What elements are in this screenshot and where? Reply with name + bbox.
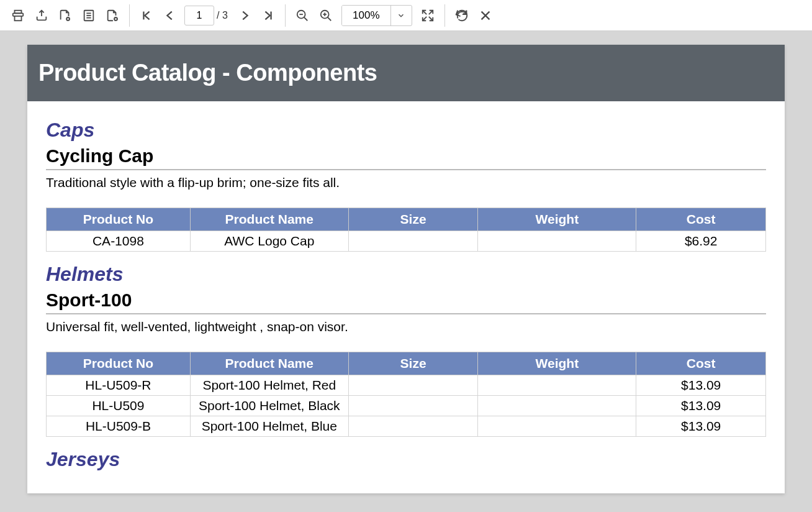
cell-weight [478,231,636,252]
report-viewer[interactable]: Product Catalog - Components CapsCycling… [0,31,812,512]
divider [46,169,766,170]
viewer-toolbar: / 3 [0,0,812,31]
table-row: CA-1098AWC Logo Cap$6.92 [47,231,766,252]
product-table: Product NoProduct NameSizeWeightCostCA-1… [46,208,766,252]
last-page-button[interactable] [256,4,280,27]
column-header: Cost [636,352,766,375]
fullscreen-button[interactable] [416,4,440,27]
svg-line-20 [429,16,433,20]
cell-weight [478,416,636,437]
report-title: Product Catalog - Components [27,45,785,101]
zoom-dropdown-button[interactable] [390,5,412,26]
column-header: Weight [478,208,636,231]
cell-size [348,396,478,416]
report-page: Product Catalog - Components CapsCycling… [27,45,785,493]
cell-size [348,375,478,396]
prev-page-button[interactable] [158,4,182,27]
print-button[interactable] [6,4,30,27]
cell-weight [478,396,636,416]
first-page-button[interactable] [135,4,158,27]
cell-no: HL-U509 [47,396,191,416]
column-header: Cost [636,208,766,231]
column-header: Product Name [190,352,348,375]
cancel-button[interactable] [474,4,497,27]
zoom-in-button[interactable] [314,4,338,27]
svg-line-18 [429,10,433,14]
cell-size [348,416,478,437]
page-total-label: / 3 [217,10,228,21]
zoom-combo[interactable] [341,5,412,26]
column-header: Product Name [190,208,348,231]
table-row: HL-U509-BSport-100 Helmet, Blue$13.09 [47,416,766,437]
table-row: HL-U509Sport-100 Helmet, Black$13.09 [47,396,766,416]
divider [46,313,766,314]
model-description: Traditional style with a flip-up brim; o… [46,175,766,190]
next-page-button[interactable] [233,4,256,27]
cell-name: Sport-100 Helmet, Blue [190,416,348,437]
cell-size [348,231,478,252]
zoom-input[interactable] [342,6,390,25]
page-number-input[interactable] [184,6,214,25]
model-description: Universal fit, well-vented, lightweight … [46,319,766,334]
cell-cost: $6.92 [636,231,766,252]
cell-no: HL-U509-B [47,416,191,437]
cell-cost: $13.09 [636,375,766,396]
cell-weight [478,375,636,396]
cell-name: AWC Logo Cap [190,231,348,252]
toggle-sidebar-button[interactable] [77,4,101,27]
svg-point-7 [114,17,117,21]
category-heading: Jerseys [46,448,766,471]
refresh-button[interactable] [450,4,474,27]
table-row: HL-U509-RSport-100 Helmet, Red$13.09 [47,375,766,396]
column-header: Product No [47,352,191,375]
column-header: Size [348,208,478,231]
category-heading: Caps [46,119,766,142]
cell-cost: $13.09 [636,416,766,437]
export-button[interactable] [30,4,53,27]
cell-no: CA-1098 [47,231,191,252]
product-table: Product NoProduct NameSizeWeightCostHL-U… [46,352,766,437]
zoom-out-button[interactable] [291,4,314,27]
toolbar-separator [444,4,445,27]
column-header: Product No [47,208,191,231]
page-setup-button[interactable] [101,4,124,27]
column-header: Weight [478,352,636,375]
toolbar-separator [129,4,130,27]
svg-line-14 [328,17,332,21]
category-heading: Helmets [46,263,766,286]
svg-line-11 [304,17,308,21]
svg-point-2 [66,17,70,21]
cell-cost: $13.09 [636,396,766,416]
cell-name: Sport-100 Helmet, Red [190,375,348,396]
export-settings-button[interactable] [53,4,77,27]
toolbar-separator [285,4,286,27]
svg-rect-1 [15,16,22,20]
model-heading: Sport-100 [46,290,766,311]
svg-line-19 [423,16,426,20]
cell-name: Sport-100 Helmet, Black [190,396,348,416]
column-header: Size [348,352,478,375]
svg-line-17 [423,10,426,14]
cell-no: HL-U509-R [47,375,191,396]
model-heading: Cycling Cap [46,145,766,167]
